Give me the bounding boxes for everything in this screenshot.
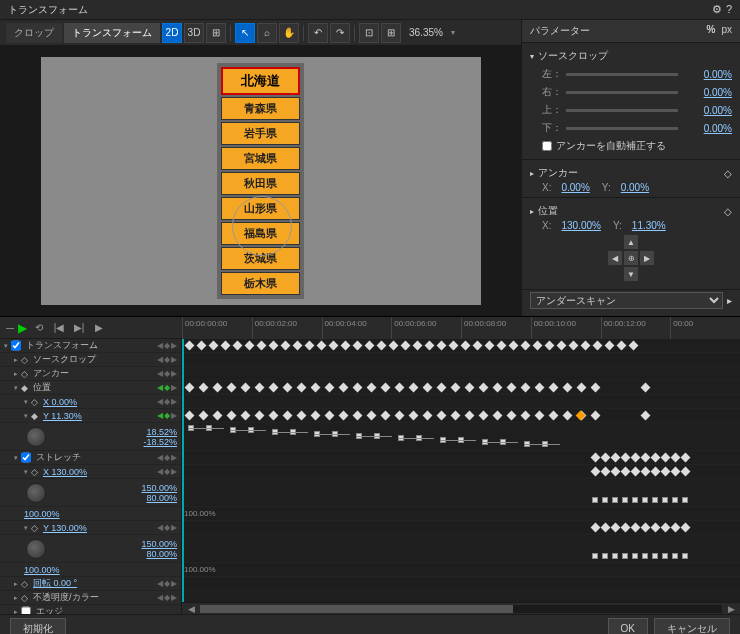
track-transform[interactable]: トランスフォーム <box>24 339 154 352</box>
keyframe[interactable] <box>409 383 419 393</box>
keyframe[interactable] <box>611 453 621 463</box>
scroll-thumb[interactable] <box>200 605 513 613</box>
keyframe[interactable] <box>341 341 351 351</box>
zoom-dropdown-icon[interactable]: ▾ <box>451 28 455 37</box>
keyframe[interactable] <box>662 497 668 503</box>
keyframe[interactable] <box>221 341 231 351</box>
anchor-x-value[interactable]: 0.00% <box>561 182 589 193</box>
keyframe[interactable] <box>661 523 671 533</box>
keyframe[interactable] <box>311 383 321 393</box>
keyframe[interactable] <box>423 411 433 421</box>
keyframe[interactable] <box>185 341 195 351</box>
keyframe[interactable] <box>592 497 598 503</box>
crop-top-value[interactable]: 0.00% <box>684 105 732 116</box>
keyframe[interactable] <box>353 383 363 393</box>
keyframe[interactable] <box>601 523 611 533</box>
keyframe[interactable] <box>257 341 267 351</box>
tab-crop[interactable]: クロップ <box>6 23 62 43</box>
track-toggle-icon[interactable]: — <box>6 323 14 332</box>
keyframe[interactable] <box>629 341 639 351</box>
keyframe[interactable] <box>305 341 315 351</box>
keyframe[interactable] <box>612 553 618 559</box>
arrow-tool[interactable]: ↖ <box>235 23 255 43</box>
keyframe[interactable] <box>611 467 621 477</box>
keyframe[interactable] <box>497 341 507 351</box>
keyframe[interactable] <box>437 383 447 393</box>
keyframe[interactable] <box>473 341 483 351</box>
keyframe[interactable] <box>622 553 628 559</box>
loop-button[interactable]: ⟲ <box>31 320 47 336</box>
underscan-action-icon[interactable]: ▸ <box>727 295 732 306</box>
crop-bottom-slider[interactable] <box>566 127 678 130</box>
track-stretch[interactable]: ストレッチ <box>34 451 154 464</box>
zoom-value[interactable]: 36.35% <box>403 27 449 38</box>
nav-right[interactable]: ▶ <box>640 251 654 265</box>
str-y-knob[interactable] <box>26 539 46 559</box>
keyframe[interactable] <box>641 411 651 421</box>
keyframe[interactable] <box>671 523 681 533</box>
mode-3d-button[interactable]: 3D <box>184 23 204 43</box>
keyframe[interactable] <box>367 411 377 421</box>
keyframe[interactable] <box>602 553 608 559</box>
keyframe[interactable] <box>682 497 688 503</box>
keyframe[interactable] <box>557 341 567 351</box>
next-kf-button[interactable]: ▶| <box>71 320 87 336</box>
crop-left-value[interactable]: 0.00% <box>684 69 732 80</box>
keyframe[interactable] <box>213 411 223 421</box>
keyframe[interactable] <box>449 341 459 351</box>
full-button[interactable]: ⊞ <box>381 23 401 43</box>
keyframe[interactable] <box>353 341 363 351</box>
keyframe[interactable] <box>622 497 628 503</box>
preview-canvas[interactable]: 北海道 青森県 岩手県 宮城県 秋田県 山形県 福島県 茨城県 栃木県 <box>0 46 521 316</box>
keyframe[interactable] <box>465 411 475 421</box>
keyframe[interactable] <box>521 341 531 351</box>
track-edge[interactable]: エッジ <box>34 605 177 614</box>
keyframe[interactable] <box>227 383 237 393</box>
track-transform-checkbox[interactable] <box>11 339 21 352</box>
keyframe[interactable] <box>209 341 219 351</box>
underscan-select[interactable]: アンダースキャン <box>530 292 723 309</box>
keyframe[interactable] <box>269 341 279 351</box>
keyframe[interactable] <box>245 341 255 351</box>
timeline-data-area[interactable]: 100.00% 100.00% ◀ ▶ <box>182 339 740 614</box>
reset-button[interactable]: 初期化 <box>10 618 66 635</box>
nav-left[interactable]: ◀ <box>608 251 622 265</box>
keyframe[interactable] <box>409 411 419 421</box>
keyframe[interactable] <box>549 383 559 393</box>
keyframe[interactable] <box>227 411 237 421</box>
keyframe[interactable] <box>367 383 377 393</box>
keyframe[interactable] <box>241 383 251 393</box>
keyframe[interactable] <box>185 383 195 393</box>
keyframe[interactable] <box>651 523 661 533</box>
keyframe[interactable] <box>661 453 671 463</box>
timeline-ruler[interactable]: 00:00:00:00 00:00:02:00 00:00:04:00 00:0… <box>182 317 740 339</box>
keyframe[interactable] <box>632 553 638 559</box>
keyframe[interactable] <box>197 341 207 351</box>
keyframe[interactable] <box>591 411 601 421</box>
keyframe[interactable] <box>681 523 691 533</box>
keyframe[interactable] <box>185 411 195 421</box>
section-position[interactable]: ▸位置◇ <box>530 202 732 220</box>
keyframe[interactable] <box>593 341 603 351</box>
keyframe[interactable] <box>269 383 279 393</box>
keyframe[interactable] <box>283 383 293 393</box>
keyframe[interactable] <box>631 523 641 533</box>
keyframe[interactable] <box>485 341 495 351</box>
keyframe[interactable] <box>255 383 265 393</box>
track-rotation[interactable]: 回転 0.00 ° <box>31 577 154 590</box>
keyframe[interactable] <box>269 411 279 421</box>
keyframe[interactable] <box>632 497 638 503</box>
keyframe[interactable] <box>381 411 391 421</box>
keyframe[interactable] <box>493 411 503 421</box>
keyframe[interactable] <box>437 341 447 351</box>
keyframe[interactable] <box>545 341 555 351</box>
nav-center[interactable]: ⊕ <box>624 251 638 265</box>
keyframe[interactable] <box>213 383 223 393</box>
keyframe[interactable] <box>651 467 661 477</box>
playhead[interactable] <box>182 339 184 614</box>
keyframe[interactable] <box>293 341 303 351</box>
keyframe[interactable] <box>521 383 531 393</box>
keyframe[interactable] <box>339 383 349 393</box>
keyframe[interactable] <box>641 523 651 533</box>
keyframe[interactable] <box>461 341 471 351</box>
